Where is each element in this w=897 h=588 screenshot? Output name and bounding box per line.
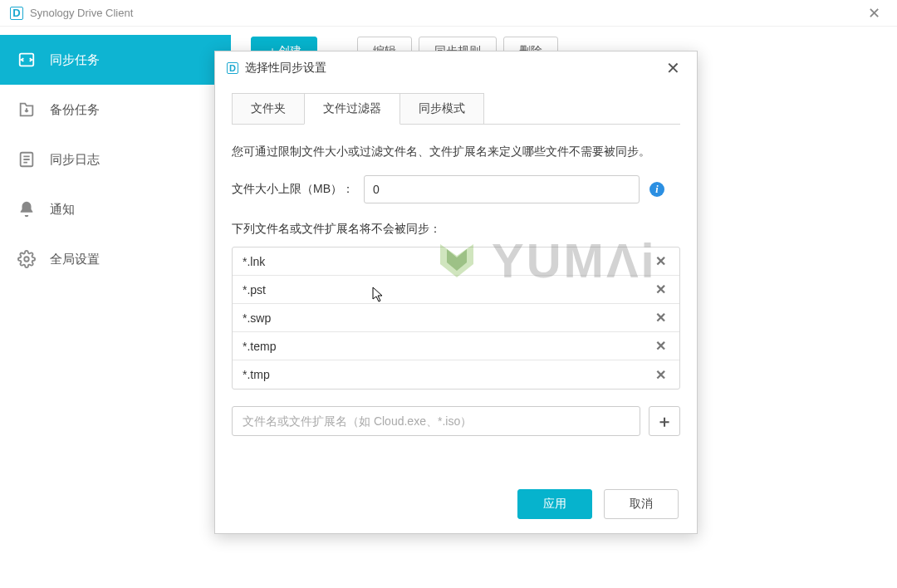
filter-item-text: *.pst: [243, 283, 266, 296]
sidebar-label: 通知: [50, 202, 75, 218]
tab-folder[interactable]: 文件夹: [232, 93, 305, 125]
dialog-title: 选择性同步设置: [245, 61, 326, 76]
sidebar-item-notifications[interactable]: 通知: [0, 184, 231, 234]
filter-description: 您可通过限制文件大小或过滤文件名、文件扩展名来定义哪些文件不需要被同步。: [232, 143, 680, 160]
tab-file-filter[interactable]: 文件过滤器: [304, 93, 400, 125]
exclude-description: 下列文件名或文件扩展名将不会被同步：: [232, 222, 680, 237]
size-limit-label: 文件大小上限（MB）：: [232, 182, 354, 197]
dialog-footer: 应用 取消: [215, 475, 697, 533]
sidebar-item-backup-tasks[interactable]: 备份任务: [0, 85, 231, 135]
dialog-close-button[interactable]: ✕: [661, 58, 685, 78]
titlebar: D Synology Drive Client ✕: [0, 0, 897, 27]
size-limit-input[interactable]: [364, 175, 640, 203]
remove-filter-button[interactable]: ✕: [652, 253, 669, 269]
filter-item[interactable]: *.lnk ✕: [233, 247, 679, 276]
remove-filter-button[interactable]: ✕: [652, 338, 669, 354]
sync-icon: [17, 50, 37, 70]
filter-item-text: *.lnk: [243, 255, 265, 268]
filter-item-text: *.swp: [243, 311, 271, 325]
info-icon[interactable]: i: [649, 182, 664, 197]
filter-item-text: *.tmp: [243, 368, 270, 381]
log-icon: [17, 149, 37, 169]
sidebar: 同步任务 备份任务 同步日志 通知 全局设置: [0, 27, 231, 588]
bell-icon: [17, 199, 37, 219]
cancel-button[interactable]: 取消: [604, 489, 679, 519]
sidebar-label: 全局设置: [50, 252, 100, 267]
filter-list: *.lnk ✕ *.pst ✕ *.swp ✕ *.temp ✕ *.tmp ✕: [232, 247, 680, 390]
remove-filter-button[interactable]: ✕: [652, 367, 669, 383]
filter-item[interactable]: *.swp ✕: [233, 304, 679, 332]
selective-sync-dialog: D 选择性同步设置 ✕ 文件夹 文件过滤器 同步模式 您可通过限制文件大小或过滤…: [214, 51, 698, 534]
filter-item[interactable]: *.temp ✕: [233, 332, 679, 360]
add-filter-button[interactable]: ＋: [649, 406, 680, 436]
svg-point-2: [24, 257, 29, 262]
sidebar-item-sync-log[interactable]: 同步日志: [0, 135, 231, 184]
tab-sync-mode[interactable]: 同步模式: [399, 93, 484, 125]
remove-filter-button[interactable]: ✕: [652, 282, 669, 297]
dialog-app-icon: D: [227, 62, 238, 74]
apply-button[interactable]: 应用: [517, 489, 592, 519]
sidebar-item-global-settings[interactable]: 全局设置: [0, 234, 231, 284]
remove-filter-button[interactable]: ✕: [652, 310, 669, 326]
filter-item-text: *.temp: [243, 340, 276, 353]
backup-icon: [17, 100, 37, 120]
filter-item[interactable]: *.pst ✕: [233, 276, 679, 304]
app-title: Synology Drive Client: [30, 7, 133, 19]
app-icon: D: [10, 7, 23, 20]
filter-item[interactable]: *.tmp ✕: [233, 360, 679, 389]
sidebar-label: 同步任务: [50, 52, 100, 68]
dialog-header: D 选择性同步设置 ✕: [215, 51, 697, 85]
add-filter-input[interactable]: [232, 406, 640, 436]
window-close-button[interactable]: ✕: [861, 4, 887, 22]
sidebar-item-sync-tasks[interactable]: 同步任务: [0, 35, 231, 85]
dialog-tabs: 文件夹 文件过滤器 同步模式: [232, 93, 680, 125]
gear-icon: [17, 249, 37, 269]
sidebar-label: 同步日志: [50, 152, 100, 168]
sidebar-label: 备份任务: [50, 102, 100, 118]
